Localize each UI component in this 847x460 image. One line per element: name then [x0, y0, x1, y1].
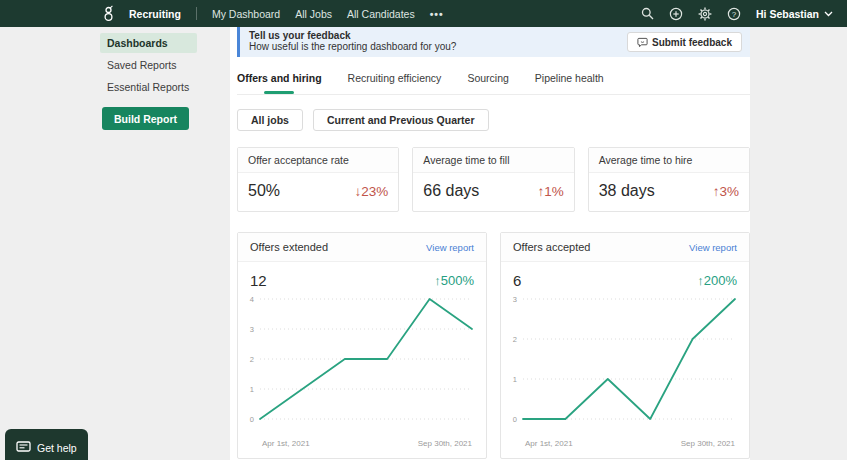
view-report-link[interactable]: View report: [426, 242, 474, 253]
recruiting-dashboard-page: { "topbar": { "product": "Recruiting", "…: [0, 0, 847, 460]
stat-card-average-time-to-fill: Average time to fill 66 days ↑1%: [412, 147, 574, 212]
chart-total-value: 12: [250, 272, 267, 289]
stat-value: 66 days: [423, 182, 479, 200]
stat-card-offer-acceptance-rate: Offer acceptance rate 50% ↓23%: [237, 147, 399, 212]
chart-cards-row: Offers extended View report 12 ↑500% 012…: [237, 232, 750, 459]
filter-date-range[interactable]: Current and Previous Quarter: [313, 109, 489, 131]
more-menu[interactable]: •••: [430, 8, 444, 20]
stat-change-value: 23%: [361, 184, 388, 199]
nav-my-dashboard[interactable]: My Dashboard: [212, 8, 280, 20]
stat-cards-row: Offer acceptance rate 50% ↓23% Average t…: [237, 147, 750, 212]
nav-all-jobs[interactable]: All Jobs: [295, 8, 332, 20]
x-axis-end-label: Sep 30th, 2021: [418, 439, 472, 448]
chart-change: ↑500%: [434, 273, 474, 288]
build-report-button[interactable]: Build Report: [102, 107, 189, 130]
chart-card-offers-accepted: Offers accepted View report 6 ↑200% 0123…: [500, 232, 750, 459]
submit-feedback-button[interactable]: Submit feedback: [627, 32, 742, 52]
user-greeting: Hi Sebastian: [756, 8, 819, 20]
greenhouse-logo-icon[interactable]: [103, 5, 114, 22]
nav-all-candidates[interactable]: All Candidates: [347, 8, 415, 20]
search-icon[interactable]: [641, 7, 654, 20]
chart-change-value: 200%: [704, 273, 737, 288]
chart-change-value: 500%: [441, 273, 474, 288]
stat-change-value: 3%: [719, 184, 739, 199]
feedback-banner: Tell us your feedback How useful is the …: [237, 27, 750, 57]
view-report-link[interactable]: View report: [689, 242, 737, 253]
product-name[interactable]: Recruiting: [129, 8, 181, 20]
svg-text:?: ?: [732, 9, 737, 18]
user-menu[interactable]: Hi Sebastian: [756, 8, 833, 20]
svg-text:0: 0: [250, 415, 254, 424]
filter-all-jobs[interactable]: All jobs: [237, 109, 303, 131]
x-axis-start-label: Apr 1st, 2021: [262, 439, 310, 448]
stat-label: Average time to fill: [413, 148, 573, 173]
svg-text:2: 2: [513, 335, 517, 344]
stat-value: 50%: [248, 182, 280, 200]
svg-text:0: 0: [513, 415, 517, 424]
main-content: Tell us your feedback How useful is the …: [230, 27, 750, 460]
stat-card-average-time-to-hire: Average time to hire 38 days ↑3%: [588, 147, 750, 212]
chart-title: Offers accepted: [513, 241, 590, 253]
x-axis-end-label: Sep 30th, 2021: [681, 439, 735, 448]
feedback-smiley-icon: [637, 37, 648, 48]
sidebar-item-dashboards[interactable]: Dashboards: [100, 33, 197, 53]
help-chat-icon: [16, 441, 31, 454]
filter-bar: All jobs Current and Previous Quarter: [237, 109, 750, 131]
chart-title: Offers extended: [250, 241, 328, 253]
chart-change: ↑200%: [697, 273, 737, 288]
svg-text:3: 3: [513, 295, 517, 304]
feedback-banner-title: Tell us your feedback: [249, 30, 456, 41]
chevron-down-icon: [824, 11, 833, 17]
tab-pipeline-health[interactable]: Pipeline health: [535, 72, 604, 84]
submit-feedback-label: Submit feedback: [652, 37, 732, 48]
get-help-label: Get help: [37, 442, 77, 454]
get-help-button[interactable]: Get help: [5, 429, 88, 460]
feedback-banner-subtitle: How useful is the reporting dashboard fo…: [249, 41, 456, 53]
svg-text:2: 2: [250, 355, 254, 364]
sidebar-item-essential-reports[interactable]: Essential Reports: [100, 77, 197, 97]
x-axis-start-label: Apr 1st, 2021: [525, 439, 573, 448]
tab-sourcing[interactable]: Sourcing: [467, 72, 508, 84]
svg-text:3: 3: [250, 325, 254, 334]
report-tabs: Offers and hiring Recruiting efficiency …: [237, 72, 750, 95]
svg-text:4: 4: [250, 295, 254, 304]
chart-total-value: 6: [513, 272, 521, 289]
stat-change: ↑3%: [713, 184, 739, 199]
sidebar: Dashboards Saved Reports Essential Repor…: [100, 33, 197, 130]
offers-extended-line-chart: 01234: [238, 289, 486, 437]
chart-card-offers-extended: Offers extended View report 12 ↑500% 012…: [237, 232, 487, 459]
stat-label: Offer acceptance rate: [238, 148, 398, 173]
help-icon[interactable]: ?: [727, 7, 741, 21]
svg-text:1: 1: [250, 385, 254, 394]
stat-value: 38 days: [599, 182, 655, 200]
tab-offers-and-hiring[interactable]: Offers and hiring: [237, 72, 322, 84]
tab-recruiting-efficiency[interactable]: Recruiting efficiency: [348, 72, 442, 84]
sidebar-item-saved-reports[interactable]: Saved Reports: [100, 55, 197, 75]
topbar-divider: [196, 7, 197, 20]
stat-label: Average time to hire: [589, 148, 749, 173]
add-icon[interactable]: [669, 7, 683, 21]
top-nav-bar: Recruiting My Dashboard All Jobs All Can…: [0, 0, 847, 27]
offers-accepted-line-chart: 0123: [501, 289, 749, 437]
svg-text:1: 1: [513, 375, 517, 384]
settings-gear-icon[interactable]: [698, 7, 712, 21]
stat-change-value: 1%: [544, 184, 564, 199]
stat-change: ↑1%: [537, 184, 563, 199]
stat-change: ↓23%: [355, 184, 389, 199]
